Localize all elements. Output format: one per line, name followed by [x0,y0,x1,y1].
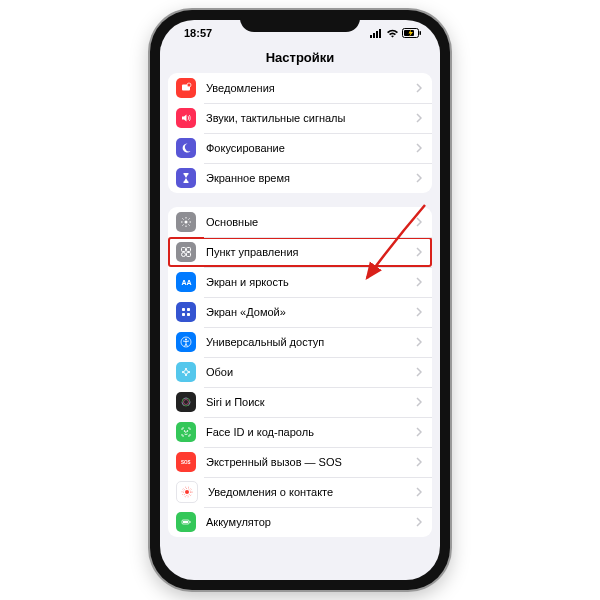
svg-rect-32 [190,521,191,523]
row-sounds[interactable]: Звуки, тактильные сигналы [168,103,432,133]
chevron-right-icon [416,83,422,93]
svg-point-28 [185,490,189,494]
chevron-right-icon [416,427,422,437]
row-label: Уведомления о контакте [208,486,416,498]
faceid-icon [176,422,196,442]
battery-icon [176,512,196,532]
chevron-right-icon [416,517,422,527]
svg-point-25 [184,431,185,432]
row-wallpaper[interactable]: Обои [168,357,432,387]
chevron-right-icon [416,457,422,467]
chevron-right-icon [416,397,422,407]
chevron-right-icon [416,307,422,317]
chevron-right-icon [416,217,422,227]
chevron-right-icon [416,487,422,497]
row-notifications[interactable]: Уведомления [168,73,432,103]
row-label: Звуки, тактильные сигналы [206,112,416,124]
svg-rect-33 [183,521,188,523]
row-label: Фокусирование [206,142,416,154]
svg-point-26 [187,431,188,432]
notifications-icon [176,78,196,98]
focus-icon [176,138,196,158]
svg-point-20 [185,339,187,341]
home-icon [176,302,196,322]
svg-text:SOS: SOS [181,460,191,465]
row-control-center[interactable]: Пункт управления [168,237,432,267]
accessibility-icon [176,332,196,352]
svg-rect-1 [373,33,375,38]
settings-group-2: Основные Пункт управления AA Экран и ярк… [168,207,432,537]
battery-icon [402,28,422,38]
svg-rect-13 [187,253,191,257]
row-label: Face ID и код-пароль [206,426,416,438]
page-title: Настройки [160,46,440,73]
svg-rect-15 [182,308,185,311]
row-label: Siri и Поиск [206,396,416,408]
row-siri[interactable]: Siri и Поиск [168,387,432,417]
phone-frame: 18:57 Настройки Уведомления [150,10,450,590]
row-label: Пункт управления [206,246,416,258]
cellular-icon [370,29,383,38]
svg-rect-12 [182,253,186,257]
row-exposure[interactable]: Уведомления о контакте [168,477,432,507]
svg-rect-2 [376,31,378,38]
row-general[interactable]: Основные [168,207,432,237]
chevron-right-icon [416,247,422,257]
exposure-icon [176,481,198,503]
svg-point-8 [187,83,191,87]
control-center-icon [176,242,196,262]
row-screentime[interactable]: Экранное время [168,163,432,193]
row-display[interactable]: AA Экран и яркость [168,267,432,297]
row-faceid[interactable]: Face ID и код-пароль [168,417,432,447]
row-label: Основные [206,216,416,228]
chevron-right-icon [416,143,422,153]
svg-text:AA: AA [182,279,192,286]
row-label: Экстренный вызов — SOS [206,456,416,468]
row-home[interactable]: Экран «Домой» [168,297,432,327]
svg-point-24 [184,400,189,405]
row-label: Экран и яркость [206,276,416,288]
screentime-icon [176,168,196,188]
row-focus[interactable]: Фокусирование [168,133,432,163]
chevron-right-icon [416,367,422,377]
svg-rect-16 [187,308,190,311]
svg-rect-11 [187,248,191,252]
row-label: Экран «Домой» [206,306,416,318]
chevron-right-icon [416,277,422,287]
wifi-icon [386,29,399,38]
screen: 18:57 Настройки Уведомления [160,20,440,580]
chevron-right-icon [416,337,422,347]
svg-point-21 [184,370,188,374]
svg-rect-17 [182,313,185,316]
svg-rect-5 [420,31,422,35]
row-label: Аккумулятор [206,516,416,528]
notch [240,10,360,32]
status-time: 18:57 [184,27,212,39]
row-sos[interactable]: SOS Экстренный вызов — SOS [168,447,432,477]
svg-rect-0 [370,35,372,38]
chevron-right-icon [416,173,422,183]
row-label: Универсальный доступ [206,336,416,348]
settings-group-1: Уведомления Звуки, тактильные сигналы Фо… [168,73,432,193]
row-label: Уведомления [206,82,416,94]
row-accessibility[interactable]: Универсальный доступ [168,327,432,357]
wallpaper-icon [176,362,196,382]
status-right [370,28,422,38]
siri-icon [176,392,196,412]
row-battery[interactable]: Аккумулятор [168,507,432,537]
row-label: Обои [206,366,416,378]
chevron-right-icon [416,113,422,123]
sounds-icon [176,108,196,128]
display-icon: AA [176,272,196,292]
svg-point-9 [185,221,188,224]
sos-icon: SOS [176,452,196,472]
settings-content[interactable]: Уведомления Звуки, тактильные сигналы Фо… [160,73,440,580]
svg-rect-3 [379,29,381,38]
general-icon [176,212,196,232]
row-label: Экранное время [206,172,416,184]
svg-rect-10 [182,248,186,252]
svg-rect-18 [187,313,190,316]
